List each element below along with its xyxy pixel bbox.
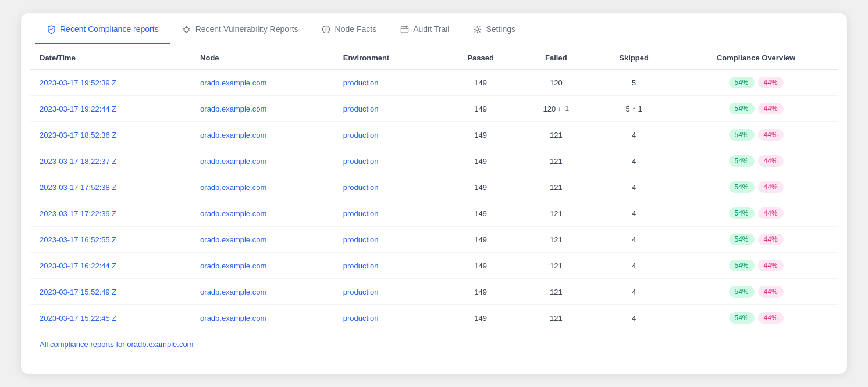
- table-row: 2023-03-17 15:22:45 Zoradb.example.compr…: [30, 305, 838, 331]
- cell-compliance: 54%44%: [674, 174, 838, 200]
- table-row: 2023-03-17 16:52:55 Zoradb.example.compr…: [30, 227, 838, 253]
- cell-datetime[interactable]: 2023-03-17 17:22:39 Z: [30, 200, 191, 227]
- badge-passed-pct: 54%: [729, 260, 755, 271]
- badge-failed-pct: 44%: [758, 260, 784, 271]
- cell-failed: 120 ↓ -1: [518, 96, 593, 122]
- badge-failed-pct: 44%: [758, 207, 784, 219]
- table-row: 2023-03-17 19:22:44 Zoradb.example.compr…: [30, 96, 838, 122]
- badge-failed-pct: 44%: [758, 155, 784, 167]
- bug-icon: [182, 24, 191, 34]
- calendar-icon: [400, 24, 409, 34]
- compliance-table: Date/Time Node Environment Passed Failed…: [30, 44, 838, 331]
- cell-node[interactable]: oradb.example.com: [191, 305, 334, 331]
- cell-passed: 149: [443, 200, 518, 227]
- cell-node[interactable]: oradb.example.com: [191, 174, 334, 200]
- cell-failed: 121: [518, 279, 593, 305]
- tab-compliance[interactable]: Recent Compliance reports: [35, 14, 170, 44]
- table-header-row: Date/Time Node Environment Passed Failed…: [30, 44, 838, 70]
- cell-node[interactable]: oradb.example.com: [191, 279, 334, 305]
- tab-audit[interactable]: Audit Trail: [388, 14, 461, 44]
- badge-passed-pct: 54%: [729, 234, 755, 245]
- badge-failed-pct: 44%: [758, 234, 784, 245]
- badge-failed-pct: 44%: [758, 129, 784, 141]
- badge-passed-pct: 54%: [729, 312, 755, 324]
- table-row: 2023-03-17 17:22:39 Zoradb.example.compr…: [30, 200, 838, 227]
- cell-passed: 149: [443, 96, 518, 122]
- cell-datetime[interactable]: 2023-03-17 19:52:39 Z: [30, 70, 191, 96]
- gear-icon: [472, 24, 482, 34]
- cell-datetime[interactable]: 2023-03-17 16:22:44 Z: [30, 253, 191, 279]
- cell-datetime[interactable]: 2023-03-17 17:52:38 Z: [30, 174, 191, 200]
- table-row: 2023-03-17 18:52:36 Zoradb.example.compr…: [30, 122, 838, 148]
- all-reports-link[interactable]: All compliance reports for oradb.example…: [21, 331, 847, 358]
- cell-environment[interactable]: production: [334, 227, 443, 253]
- cell-environment[interactable]: production: [334, 174, 443, 200]
- cell-compliance: 54%44%: [674, 305, 838, 331]
- tab-settings[interactable]: Settings: [461, 14, 527, 44]
- cell-node[interactable]: oradb.example.com: [191, 122, 334, 148]
- cell-datetime[interactable]: 2023-03-17 16:52:55 Z: [30, 227, 191, 253]
- cell-node[interactable]: oradb.example.com: [191, 96, 334, 122]
- badge-passed-pct: 54%: [729, 129, 755, 141]
- cell-failed: 121: [518, 174, 593, 200]
- cell-node[interactable]: oradb.example.com: [191, 70, 334, 96]
- cell-skipped: 4: [593, 148, 674, 174]
- cell-datetime[interactable]: 2023-03-17 15:52:49 Z: [30, 279, 191, 305]
- cell-compliance: 54%44%: [674, 148, 838, 174]
- badge-failed-pct: 44%: [758, 103, 784, 114]
- badge-failed-pct: 44%: [758, 77, 784, 88]
- cell-datetime[interactable]: 2023-03-17 18:22:37 Z: [30, 148, 191, 174]
- info-icon: [322, 24, 331, 34]
- col-environment: Environment: [334, 44, 443, 70]
- cell-environment[interactable]: production: [334, 96, 443, 122]
- cell-environment[interactable]: production: [334, 122, 443, 148]
- badge-passed-pct: 54%: [729, 155, 755, 167]
- cell-datetime[interactable]: 2023-03-17 19:22:44 Z: [30, 96, 191, 122]
- cell-passed: 149: [443, 279, 518, 305]
- cell-skipped: 4: [593, 227, 674, 253]
- cell-environment[interactable]: production: [334, 70, 443, 96]
- table-row: 2023-03-17 15:52:49 Zoradb.example.compr…: [30, 279, 838, 305]
- badge-failed-pct: 44%: [758, 181, 784, 193]
- col-skipped: Skipped: [593, 44, 674, 70]
- table-row: 2023-03-17 17:52:38 Zoradb.example.compr…: [30, 174, 838, 200]
- tab-bar: Recent Compliance reports Recent Vulnera…: [21, 13, 847, 44]
- tab-nodefacts[interactable]: Node Facts: [310, 14, 389, 44]
- cell-failed: 121: [518, 200, 593, 227]
- cell-node[interactable]: oradb.example.com: [191, 200, 334, 227]
- badge-passed-pct: 54%: [729, 181, 755, 193]
- badge-passed-pct: 54%: [729, 103, 755, 114]
- badge-failed-pct: 44%: [758, 286, 784, 298]
- tab-audit-label: Audit Trail: [413, 24, 449, 34]
- main-card: Recent Compliance reports Recent Vulnera…: [21, 13, 847, 374]
- badge-passed-pct: 54%: [729, 286, 755, 298]
- cell-compliance: 54%44%: [674, 200, 838, 227]
- table-row: 2023-03-17 18:22:37 Zoradb.example.compr…: [30, 148, 838, 174]
- cell-environment[interactable]: production: [334, 305, 443, 331]
- tab-settings-label: Settings: [486, 24, 515, 34]
- cell-failed: 121: [518, 305, 593, 331]
- badge-failed-pct: 44%: [758, 312, 784, 324]
- shield-icon: [47, 24, 56, 34]
- cell-datetime[interactable]: 2023-03-17 18:52:36 Z: [30, 122, 191, 148]
- cell-failed: 120: [518, 70, 593, 96]
- cell-environment[interactable]: production: [334, 253, 443, 279]
- cell-skipped: 4: [593, 200, 674, 227]
- col-datetime: Date/Time: [30, 44, 191, 70]
- cell-passed: 149: [443, 227, 518, 253]
- cell-node[interactable]: oradb.example.com: [191, 148, 334, 174]
- badge-passed-pct: 54%: [729, 77, 755, 88]
- cell-environment[interactable]: production: [334, 148, 443, 174]
- tab-nodefacts-label: Node Facts: [335, 24, 377, 34]
- cell-skipped: 4: [593, 279, 674, 305]
- cell-skipped: 5: [593, 70, 674, 96]
- tab-vulnerability[interactable]: Recent Vulnerability Reports: [170, 14, 310, 44]
- cell-node[interactable]: oradb.example.com: [191, 253, 334, 279]
- tab-compliance-label: Recent Compliance reports: [60, 24, 159, 34]
- cell-node[interactable]: oradb.example.com: [191, 227, 334, 253]
- cell-environment[interactable]: production: [334, 279, 443, 305]
- svg-point-0: [184, 27, 189, 32]
- cell-environment[interactable]: production: [334, 200, 443, 227]
- cell-datetime[interactable]: 2023-03-17 15:22:45 Z: [30, 305, 191, 331]
- cell-failed: 121: [518, 227, 593, 253]
